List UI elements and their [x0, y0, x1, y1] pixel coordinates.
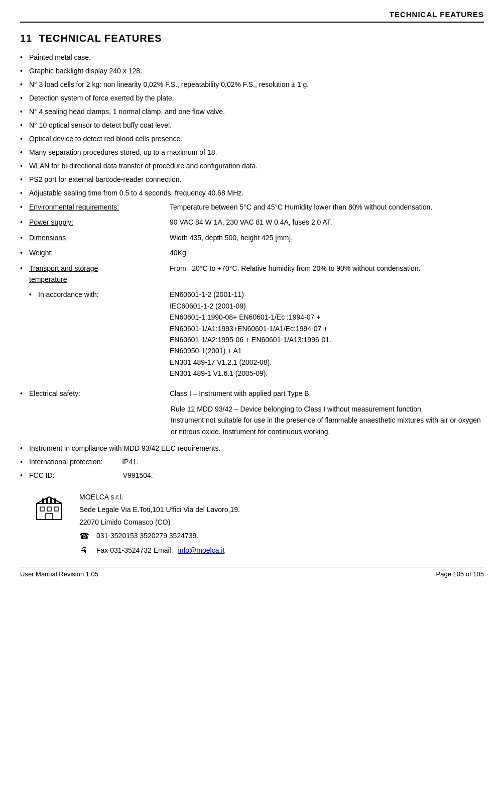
env-requirements-item: Environmental requirements: Temperature … — [20, 201, 484, 213]
transport-value: From –20°C to +70°C. Relative humidity f… — [170, 263, 484, 285]
list-item: Painted metal case. — [20, 52, 484, 63]
manufacturer-info: MOELCA s.r.l. Sede Legale Via E.Toti,101… — [69, 491, 484, 558]
weight-label: Weight: — [29, 247, 170, 258]
env-requirements-value: Temperature between 5°C and 45°C Humidit… — [170, 201, 484, 213]
list-item: Many separation procedures stored, up to… — [20, 147, 484, 158]
svg-rect-3 — [47, 507, 51, 511]
power-supply-label: Power supply: — [29, 217, 170, 228]
list-item: Adjustable sealing time from 0.5 to 4 se… — [20, 188, 484, 198]
svg-rect-0 — [37, 503, 62, 520]
svg-marker-1 — [37, 497, 62, 503]
svg-rect-7 — [46, 498, 48, 503]
accordance-label: In accordance with: — [38, 289, 170, 379]
dimensions-value: Width 435, depth 500, height 425 [mm]. — [170, 232, 484, 243]
manufacturer-address: Sede Legale Via E.Toti,101 Uffici Via de… — [79, 503, 484, 516]
fax-icon: 🖨 — [79, 543, 91, 558]
env-requirements-label: Environmental requirements: — [29, 201, 170, 213]
page-header: TECHNICAL FEATURES — [20, 10, 484, 23]
electrical-safety-extra: Rule 12 MDD 93/42 – Device belonging to … — [20, 403, 484, 437]
footer-left: User Manual Revision 1.05 — [20, 570, 98, 578]
phone-number: 031-3520153 3520279 3524739. — [96, 530, 198, 542]
email-link[interactable]: info@moelca.it — [178, 544, 225, 557]
accordance-value: EN60601-1-2 (2001-11) IEC60601-1-2 (2001… — [170, 289, 484, 379]
accordance-item: In accordance with: EN60601-1-2 (2001-11… — [20, 289, 484, 379]
electrical-safety-value: Class I – Instrument with applied part T… — [170, 388, 484, 399]
list-item: N° 4 sealing head clamps, 1 normal clamp… — [20, 107, 484, 117]
svg-rect-9 — [54, 498, 56, 503]
manufacturer-city: 22070 Limido Comasco (CO) — [79, 516, 484, 529]
factory-icon — [34, 496, 64, 521]
svg-rect-2 — [40, 507, 44, 511]
svg-rect-6 — [42, 498, 44, 503]
power-supply-item: Power supply: 90 VAC 84 W 1A, 230 VAC 81… — [20, 217, 484, 228]
fax-prefix: Fax 031-3524732 Email: — [96, 544, 173, 557]
list-item: WLAN for bi-directional data transfer of… — [20, 161, 484, 171]
phone-icon: ☎ — [79, 529, 91, 544]
list-item: Detection system of force exerted by the… — [20, 93, 484, 104]
section-title: 11 TECHNICAL FEATURES — [20, 33, 484, 44]
dimensions-item: Dimensions Width 435, depth 500, height … — [20, 232, 484, 243]
footer-right: Page 105 of 105 — [436, 570, 484, 578]
list-item: Graphic backlight display 240 x 128. — [20, 66, 484, 76]
feature-list: Painted metal case. Graphic backlight di… — [20, 52, 484, 198]
list-item: Optical device to detect red blood cells… — [20, 134, 484, 144]
manufacturer-section: MOELCA s.r.l. Sede Legale Via E.Toti,101… — [20, 491, 484, 558]
header-title: TECHNICAL FEATURES — [390, 10, 484, 19]
weight-value: 40Kg — [170, 247, 484, 258]
fcc-id-item: FCC ID: V991504. — [20, 470, 484, 481]
compliance-item: Instrument in compliance with MDD 93/42 … — [20, 443, 484, 454]
manufacturer-icon — [29, 491, 69, 558]
electrical-safety-item: Electrical safety: Class I – Instrument … — [20, 388, 484, 399]
dimensions-label: Dimensions — [29, 232, 170, 243]
transport-label: Transport and storage temperature — [29, 263, 170, 285]
manufacturer-name: MOELCA s.r.l. — [79, 491, 484, 503]
transport-item: Transport and storage temperature From –… — [20, 263, 484, 285]
list-item: N° 10 optical sensor to detect buffy coa… — [20, 120, 484, 131]
weight-item: Weight: 40Kg — [20, 247, 484, 258]
electrical-safety-label: Electrical safety: — [29, 388, 170, 399]
list-item: N° 3 load cells for 2 kg: non linearity … — [20, 79, 484, 90]
svg-rect-5 — [46, 514, 53, 520]
intl-protection-item: International protection: IP41. — [20, 457, 484, 467]
svg-rect-8 — [50, 498, 52, 503]
power-supply-value: 90 VAC 84 W 1A, 230 VAC 81 W 0.4A, fuses… — [170, 217, 484, 228]
svg-rect-4 — [54, 507, 58, 511]
fax-row: 🖨 Fax 031-3524732 Email: info@moelca.it — [79, 543, 484, 558]
list-item: PS2 port for external barcode-reader con… — [20, 174, 484, 185]
phone-row: ☎ 031-3520153 3520279 3524739. — [79, 529, 484, 544]
page-footer: User Manual Revision 1.05 Page 105 of 10… — [20, 567, 484, 578]
